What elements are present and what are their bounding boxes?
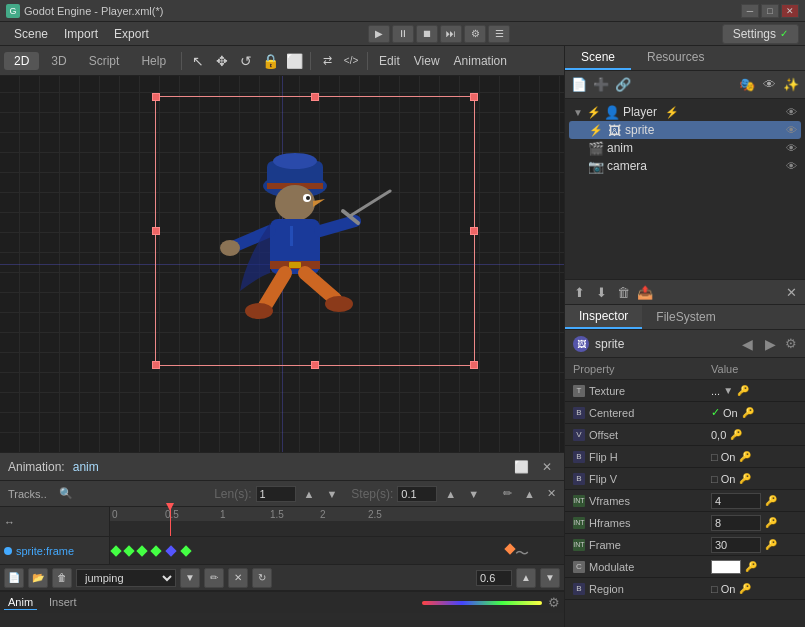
delete-button[interactable]: 🗑: [52, 568, 72, 588]
val-flipv[interactable]: □ On 🔑: [705, 472, 805, 486]
step-button[interactable]: ⏭: [440, 25, 462, 43]
close-button[interactable]: ✕: [781, 4, 799, 18]
val-offset-key[interactable]: 🔑: [729, 428, 743, 442]
len-down-icon[interactable]: ▼: [322, 487, 341, 501]
keyframe-0[interactable]: [110, 545, 121, 556]
insp-next-btn[interactable]: ▶: [762, 336, 779, 352]
anim-expand-icon[interactable]: ⬜: [512, 458, 530, 476]
scene-filter-icon[interactable]: 🎭: [737, 75, 757, 95]
check-region[interactable]: □: [711, 583, 718, 595]
len-up-icon[interactable]: ▲: [300, 487, 319, 501]
anim-close-icon[interactable]: ✕: [538, 458, 556, 476]
scene-eye-icon[interactable]: 👁: [759, 75, 779, 95]
player-eye-icon[interactable]: 👁: [786, 106, 797, 118]
menu-import[interactable]: Import: [56, 25, 106, 43]
tree-item-player[interactable]: ▼ ⚡ 👤 Player ⚡ 👁: [569, 103, 801, 121]
viewport[interactable]: [0, 76, 564, 452]
keyframe-extra2[interactable]: 〜: [515, 545, 529, 563]
scene-star-icon[interactable]: ✨: [781, 75, 801, 95]
animation-menu[interactable]: Animation: [448, 54, 513, 68]
stop-button[interactable]: ⏹: [416, 25, 438, 43]
tab-scene[interactable]: Scene: [565, 46, 631, 70]
settings-button[interactable]: Settings ✓: [722, 24, 799, 44]
keyframe-4[interactable]: [165, 545, 176, 556]
val-centered[interactable]: ✓ On 🔑: [705, 406, 805, 420]
anim-close-icon2[interactable]: ✕: [543, 486, 560, 501]
len-input[interactable]: [256, 486, 296, 502]
speed-down-btn[interactable]: ▼: [540, 568, 560, 588]
tab-resources[interactable]: Resources: [631, 46, 720, 70]
view-mode-3d[interactable]: 3D: [41, 52, 76, 70]
scene-trash-btn[interactable]: 🗑: [613, 282, 633, 302]
tab-insert[interactable]: Insert: [45, 595, 81, 610]
scene-export-btn[interactable]: 📤: [635, 282, 655, 302]
code-tool[interactable]: </>: [340, 50, 362, 72]
val-hframes-key[interactable]: 🔑: [764, 516, 778, 530]
up-icon[interactable]: ▲: [520, 487, 539, 501]
tree-item-sprite[interactable]: ⚡ 🖼 sprite 👁: [569, 121, 801, 139]
anim-search-icon[interactable]: 🔍: [55, 486, 77, 501]
keyframe-5[interactable]: [180, 545, 191, 556]
add-track-button[interactable]: 📄: [4, 568, 24, 588]
val-vframes-key[interactable]: 🔑: [764, 494, 778, 508]
view-mode-2d[interactable]: 2D: [4, 52, 39, 70]
tracks-label[interactable]: Tracks..: [4, 487, 51, 501]
clip-loop-btn[interactable]: ↻: [252, 568, 272, 588]
tree-item-anim[interactable]: 🎬 anim 👁: [569, 139, 801, 157]
folder-button[interactable]: 📂: [28, 568, 48, 588]
val-region[interactable]: □ On 🔑: [705, 582, 805, 596]
insp-gear-btn[interactable]: ⚙: [785, 336, 797, 351]
tab-inspector[interactable]: Inspector: [565, 305, 642, 329]
clip-settings-btn[interactable]: ▼: [180, 568, 200, 588]
edit-menu[interactable]: Edit: [373, 54, 406, 68]
val-texture-arrow[interactable]: ▼: [723, 385, 733, 396]
menu-scene[interactable]: Scene: [6, 25, 56, 43]
maximize-button[interactable]: □: [761, 4, 779, 18]
scene-close-btn[interactable]: ✕: [781, 282, 801, 302]
check-fliph[interactable]: □: [711, 451, 718, 463]
vframes-input[interactable]: [711, 493, 761, 509]
keyframe-extra[interactable]: [504, 543, 515, 554]
scene-down-btn[interactable]: ⬇: [591, 282, 611, 302]
scene-link-icon[interactable]: 🔗: [613, 75, 633, 95]
pencil-icon[interactable]: ✏: [499, 486, 516, 501]
step-input[interactable]: [397, 486, 437, 502]
frame-input[interactable]: [711, 537, 761, 553]
anim-settings-icon[interactable]: ⚙: [548, 595, 560, 610]
select-tool[interactable]: ↖: [187, 50, 209, 72]
speed-up-btn[interactable]: ▲: [516, 568, 536, 588]
val-centered-key[interactable]: 🔑: [741, 406, 755, 420]
insp-prev-btn[interactable]: ◀: [739, 336, 756, 352]
scene-new-icon[interactable]: 📄: [569, 75, 589, 95]
sprite-eye-icon[interactable]: 👁: [786, 124, 797, 136]
menu-export[interactable]: Export: [106, 25, 157, 43]
link-tool[interactable]: ⇄: [316, 50, 338, 72]
keyframe-2[interactable]: [136, 545, 147, 556]
val-texture-key[interactable]: 🔑: [736, 384, 750, 398]
val-flipv-key[interactable]: 🔑: [738, 472, 752, 486]
check-centered[interactable]: ✓: [711, 406, 720, 419]
clip-select[interactable]: jumping: [76, 569, 176, 587]
view-menu[interactable]: View: [408, 54, 446, 68]
keyframe-1[interactable]: [123, 545, 134, 556]
clip-new-btn[interactable]: ✏: [204, 568, 224, 588]
move-tool[interactable]: ✥: [211, 50, 233, 72]
hframes-input[interactable]: [711, 515, 761, 531]
val-frame-key[interactable]: 🔑: [764, 538, 778, 552]
view-mode-help[interactable]: Help: [131, 52, 176, 70]
color-swatch[interactable]: [711, 560, 741, 574]
step-down-icon[interactable]: ▼: [464, 487, 483, 501]
playhead[interactable]: [170, 507, 171, 536]
rotate-tool[interactable]: ↺: [235, 50, 257, 72]
val-modulate-key[interactable]: 🔑: [744, 560, 758, 574]
val-fliph-key[interactable]: 🔑: [738, 450, 752, 464]
menu-button[interactable]: ☰: [488, 25, 510, 43]
camera-eye-icon[interactable]: 👁: [786, 160, 797, 172]
keyframe-3[interactable]: [150, 545, 161, 556]
speed-input[interactable]: [476, 570, 512, 586]
sprite-track-keyframes[interactable]: 〜: [110, 537, 564, 564]
debug-button[interactable]: ⚙: [464, 25, 486, 43]
tab-filesystem[interactable]: FileSystem: [642, 306, 729, 328]
check-flipv[interactable]: □: [711, 473, 718, 485]
clip-delete-btn[interactable]: ✕: [228, 568, 248, 588]
